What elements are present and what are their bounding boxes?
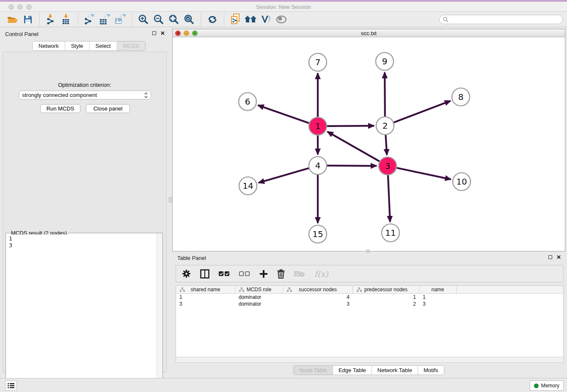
- column-header-MCDS-role[interactable]: MCDS role: [235, 286, 283, 293]
- zoom-selected-icon[interactable]: [183, 14, 195, 25]
- table-cell[interactable]: 3: [176, 301, 235, 307]
- svg-text:2: 2: [383, 121, 388, 131]
- network-canvas[interactable]: 7968124314101511: [173, 37, 565, 251]
- graph-node-3[interactable]: 3: [379, 157, 396, 175]
- tab-edge-table[interactable]: Edge Table: [333, 366, 372, 375]
- graph-node-7[interactable]: 7: [309, 53, 327, 71]
- svg-text:8: 8: [458, 92, 464, 102]
- table-row[interactable]: 3dominator323: [176, 301, 563, 307]
- toolbar-separator: [132, 13, 132, 26]
- close-panel-icon[interactable]: ✕: [160, 31, 165, 36]
- run-mcds-button[interactable]: Run MCDS: [40, 104, 80, 113]
- save-icon[interactable]: [22, 14, 34, 25]
- tab-network[interactable]: Network: [33, 41, 65, 50]
- graph-node-9[interactable]: 9: [376, 52, 394, 70]
- dropdown-stepper-icon: [144, 92, 148, 99]
- graph-node-10[interactable]: 10: [453, 173, 471, 190]
- import-network-icon[interactable]: [45, 14, 58, 25]
- graph-node-15[interactable]: 15: [309, 225, 327, 243]
- gear-icon[interactable]: [182, 268, 191, 280]
- memory-button[interactable]: Memory: [530, 381, 564, 391]
- zoom-in-icon[interactable]: [137, 14, 150, 25]
- network-window-titlebar[interactable]: ✕ − + scc.txt: [173, 29, 565, 37]
- column-header-name[interactable]: name: [419, 286, 457, 293]
- svg-text:3: 3: [385, 161, 391, 171]
- splitter-handle[interactable]: [169, 197, 172, 202]
- table-cell[interactable]: 1: [353, 294, 419, 301]
- copy-network-icon[interactable]: [229, 14, 242, 25]
- tab-style[interactable]: Style: [65, 41, 90, 50]
- edge-2-9[interactable]: [385, 72, 385, 116]
- table-cell[interactable]: 2: [353, 301, 419, 307]
- graph-node-2[interactable]: 2: [376, 117, 394, 135]
- delete-row-icon[interactable]: [277, 268, 285, 280]
- export-network-icon[interactable]: [83, 14, 96, 25]
- application-window: Session: New Session: [0, 0, 567, 392]
- mcds-result-list[interactable]: 1 3: [6, 235, 156, 391]
- table-cell[interactable]: 3: [283, 301, 353, 307]
- zoom-out-icon[interactable]: [152, 14, 165, 25]
- column-header-successor-nodes[interactable]: successor nodes: [283, 286, 353, 293]
- close-panel-button[interactable]: Close panel: [86, 104, 130, 113]
- graph-node-1[interactable]: 1: [309, 117, 327, 135]
- tab-select[interactable]: Select: [90, 41, 117, 50]
- edge-3-11[interactable]: [388, 175, 390, 222]
- close-table-panel-icon[interactable]: ✕: [556, 255, 561, 259]
- app-title: Session: New Session: [0, 4, 567, 10]
- table-hscrollbar[interactable]: [176, 357, 564, 363]
- eye-icon[interactable]: [275, 14, 288, 25]
- export-table-icon[interactable]: [99, 14, 111, 25]
- zoom-fit-icon[interactable]: [168, 14, 180, 25]
- edge-2-8[interactable]: [394, 101, 451, 122]
- table-cell[interactable]: 4: [283, 294, 353, 301]
- tree-icon: [287, 287, 292, 292]
- graph-node-14[interactable]: 14: [239, 177, 257, 195]
- graph-node-4[interactable]: 4: [309, 157, 327, 174]
- graph-node-6[interactable]: 6: [239, 93, 256, 110]
- deselect-all-icon[interactable]: [239, 268, 250, 280]
- columns-icon[interactable]: [200, 268, 209, 280]
- optimization-criterion-dropdown[interactable]: strongly connected component: [19, 91, 151, 99]
- search-icon: [443, 17, 449, 22]
- edge-1-2[interactable]: [327, 126, 374, 126]
- import-table-icon[interactable]: [60, 14, 73, 25]
- svg-text:6: 6: [245, 97, 250, 107]
- network-resize-handle[interactable]: [366, 250, 369, 253]
- table-cell[interactable]: dominator: [235, 294, 283, 301]
- float-panel-icon[interactable]: [152, 31, 156, 35]
- home-icon[interactable]: [245, 14, 257, 25]
- table-cell[interactable]: dominator: [235, 301, 283, 307]
- tab-node-table[interactable]: Node Table: [294, 366, 333, 375]
- table-row[interactable]: 1dominator411: [176, 294, 563, 301]
- edge-4-3[interactable]: [327, 166, 377, 166]
- edge-4-14[interactable]: [259, 168, 309, 183]
- task-history-button[interactable]: [5, 381, 17, 391]
- tab-mcds[interactable]: MCDS: [117, 41, 145, 50]
- tab-motifs[interactable]: Motifs: [418, 366, 444, 375]
- add-row-icon[interactable]: [259, 268, 268, 280]
- graph-node-11[interactable]: 11: [382, 224, 399, 242]
- export-image-icon[interactable]: [114, 14, 127, 25]
- tab-network-table[interactable]: Network Table: [372, 366, 418, 375]
- table-toolbar: f(x): [176, 265, 564, 282]
- edge-2-3[interactable]: [385, 135, 387, 155]
- column-header-shared-name[interactable]: shared name: [176, 286, 235, 293]
- select-all-icon[interactable]: [219, 268, 230, 280]
- graph-node-8[interactable]: 8: [452, 88, 470, 106]
- edge-3-10[interactable]: [397, 168, 451, 179]
- float-table-panel-icon[interactable]: [548, 255, 552, 259]
- edge-1-6[interactable]: [258, 105, 309, 123]
- result-scrollbar[interactable]: [157, 233, 162, 391]
- table-cell[interactable]: 1: [176, 294, 235, 301]
- svg-text:11: 11: [385, 228, 396, 238]
- edge-3-1[interactable]: [328, 132, 380, 161]
- column-header-predecessor-nodes[interactable]: predecessor nodes: [353, 286, 419, 293]
- table-cell[interactable]: 3: [419, 301, 457, 307]
- fx-icon: f(x): [314, 268, 328, 280]
- visual-style-icon[interactable]: [260, 14, 272, 25]
- open-folder-icon[interactable]: [6, 14, 19, 25]
- search-input[interactable]: [449, 16, 562, 23]
- search-box[interactable]: [439, 15, 563, 24]
- refresh-icon[interactable]: [206, 14, 219, 25]
- table-cell[interactable]: 1: [419, 294, 457, 301]
